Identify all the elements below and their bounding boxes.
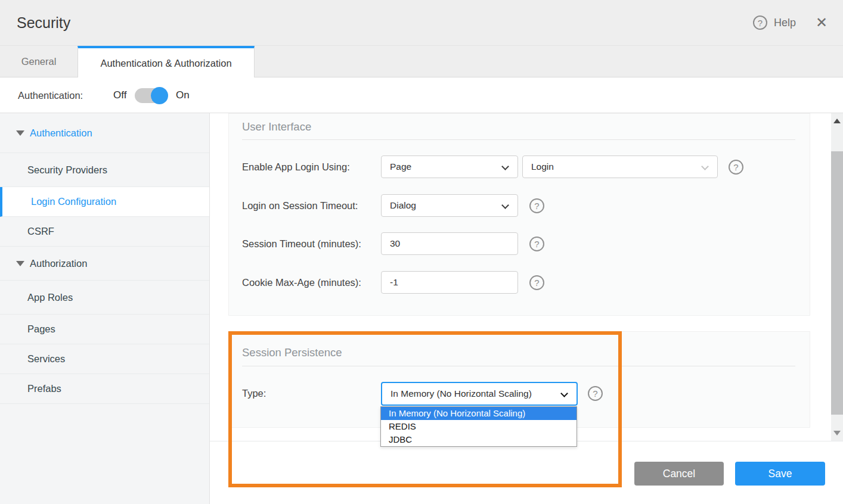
- chevron-down-icon: [701, 163, 709, 170]
- enable-app-login-select[interactable]: Page: [381, 155, 518, 178]
- settings-sidebar: Authentication Security Providers Login …: [0, 113, 210, 504]
- dropdown-option-in-memory[interactable]: In Memory (No Horizontal Scaling): [381, 407, 577, 420]
- scroll-up-arrow-icon[interactable]: [833, 119, 841, 123]
- login-page-select[interactable]: Login: [522, 155, 718, 178]
- chevron-down-icon: [501, 201, 509, 209]
- login-on-session-timeout-select[interactable]: Dialog: [381, 194, 518, 217]
- help-icon[interactable]: ?: [729, 160, 743, 175]
- tab-bar: General Authentication & Authorization: [0, 45, 843, 77]
- section-divider: [242, 139, 795, 140]
- toggle-on-label: On: [176, 77, 190, 113]
- page-title: Security: [17, 0, 70, 45]
- sidebar-item-services[interactable]: Services: [0, 344, 209, 374]
- cookie-max-age-input[interactable]: [381, 271, 518, 294]
- section-divider: [242, 366, 795, 366]
- vertical-scrollbar[interactable]: [831, 113, 843, 441]
- section-title: User Interface: [242, 120, 311, 133]
- chevron-down-icon: [560, 390, 568, 397]
- help-icon[interactable]: ?: [529, 198, 544, 213]
- sidebar-item-csrf[interactable]: CSRF: [0, 217, 209, 247]
- enable-app-login-label: Enable App Login Using:: [242, 155, 350, 178]
- toggle-off-label: Off: [113, 77, 126, 113]
- sidebar-item-prefabs[interactable]: Prefabs: [0, 374, 209, 404]
- help-icon[interactable]: ?: [529, 237, 544, 251]
- type-select-dropdown-list: In Memory (No Horizontal Scaling) REDIS …: [380, 406, 577, 447]
- authentication-toggle-row: Authentication: Off On: [0, 77, 843, 113]
- scrollbar-thumb[interactable]: [831, 151, 843, 415]
- triangle-down-icon: [16, 261, 24, 266]
- dialog-footer: Cancel Save: [210, 441, 843, 504]
- sidebar-group-label: Authentication: [30, 127, 92, 139]
- select-value: Login: [531, 161, 554, 172]
- triangle-down-icon: [16, 130, 24, 136]
- cancel-button[interactable]: Cancel: [634, 462, 724, 486]
- type-label: Type:: [242, 382, 266, 405]
- sidebar-item-security-providers[interactable]: Security Providers: [0, 153, 209, 187]
- help-label: Help: [774, 17, 796, 29]
- save-button[interactable]: Save: [735, 462, 825, 486]
- login-on-session-timeout-label: Login on Session Timeout:: [242, 194, 358, 217]
- authentication-toggle-label: Authentication:: [18, 77, 83, 113]
- sidebar-group-label: Authorization: [30, 258, 87, 269]
- sidebar-item-login-configuration[interactable]: Login Configuration: [0, 187, 209, 217]
- authentication-toggle[interactable]: [135, 88, 167, 103]
- help-icon[interactable]: ?: [588, 386, 603, 401]
- session-timeout-label: Session Timeout (minutes):: [242, 232, 361, 255]
- user-interface-section: User Interface Enable App Login Using: P…: [228, 113, 810, 316]
- sidebar-group-authentication[interactable]: Authentication: [0, 113, 209, 153]
- select-value: Page: [390, 161, 411, 172]
- session-persistence-type-select[interactable]: In Memory (No Horizontal Scaling): [381, 382, 578, 406]
- tab-authentication-authorization[interactable]: Authentication & Authorization: [78, 46, 255, 78]
- chevron-down-icon: [501, 163, 509, 170]
- help-icon: ?: [753, 15, 767, 30]
- dialog-header: Security ? Help ✕: [0, 0, 843, 45]
- sidebar-item-app-roles[interactable]: App Roles: [0, 281, 209, 315]
- help-button[interactable]: ? Help: [753, 0, 796, 45]
- tab-general[interactable]: General: [0, 46, 78, 77]
- cookie-max-age-label: Cookie Max-Age (minutes):: [242, 271, 361, 294]
- select-value: Dialog: [390, 200, 416, 211]
- session-timeout-input[interactable]: [381, 232, 518, 255]
- select-value: In Memory (No Horizontal Scaling): [390, 388, 532, 399]
- scroll-down-arrow-icon[interactable]: [833, 431, 841, 435]
- sidebar-item-pages[interactable]: Pages: [0, 315, 209, 344]
- help-icon[interactable]: ?: [529, 275, 544, 290]
- close-icon[interactable]: ✕: [816, 0, 827, 45]
- dropdown-option-jdbc[interactable]: JDBC: [381, 433, 577, 446]
- sidebar-group-authorization[interactable]: Authorization: [0, 247, 209, 281]
- dropdown-option-redis[interactable]: REDIS: [381, 420, 577, 433]
- section-title: Session Persistence: [242, 346, 342, 359]
- toggle-knob: [151, 87, 168, 104]
- security-dialog: Security ? Help ✕ General Authentication…: [0, 0, 843, 504]
